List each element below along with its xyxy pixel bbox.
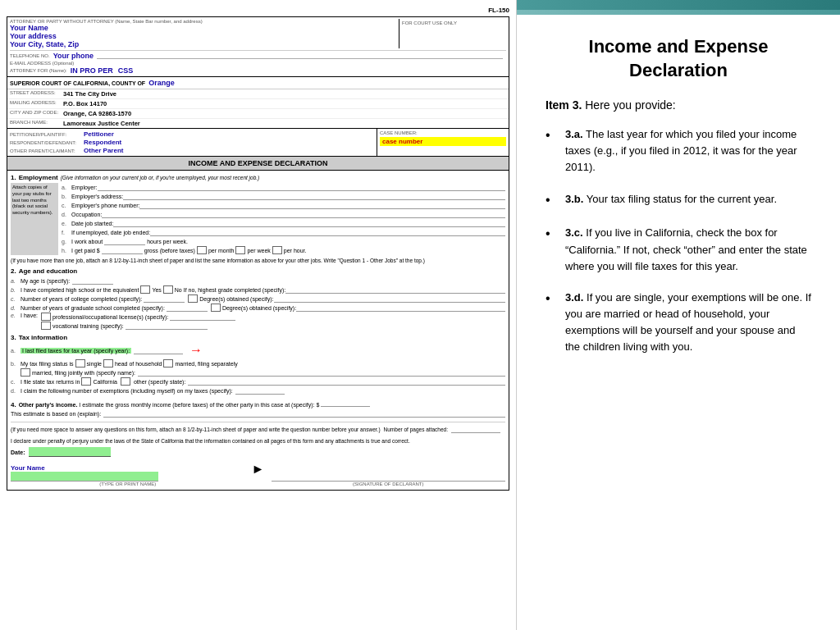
pages-label: Number of pages attached: [384, 427, 448, 432]
court-header: SUPERIOR COURT OF CALIFORNIA, COUNTY OF [10, 80, 145, 86]
tax-section: 3. Tax information a. I last filed taxes… [11, 334, 505, 395]
other-num: 4. [11, 401, 16, 409]
other-title: Other party's income. [19, 402, 78, 408]
case-value: case number [380, 137, 506, 146]
name-print-field [11, 472, 158, 482]
emp-field-g: g. I work about hours per week. [62, 237, 505, 245]
tax-num: 3. [11, 334, 16, 341]
item-code-3d: 3.d. [565, 291, 583, 304]
petitioner-label: PETITIONER/PLAINTIFF: [10, 132, 84, 137]
right-content: Income and Expense Declaration Item 3. H… [517, 15, 840, 390]
attorney-for-value: IN PRO PER [71, 66, 113, 75]
item-code-3a: 3.a. [565, 128, 583, 140]
item-intro-text: Here you provide: [585, 98, 676, 112]
basis-label: This estimate is based on (explain): [11, 411, 101, 417]
street-value: 341 The City Drive [63, 90, 116, 98]
attach-note: Attach copies of your pay stubs for last… [11, 183, 58, 255]
mailing-label: MAILING ADDRESS: [10, 100, 63, 107]
right-title: Income and Expense Declaration [546, 35, 811, 82]
emp-note: (If you have more than one job, attach a… [11, 258, 505, 263]
bullet-dot: • [546, 224, 560, 244]
fl-number: FL-150 [7, 7, 509, 14]
emp-field-b: b. Employer's address: [62, 192, 505, 200]
other-label: OTHER PARENT/CLAIMANT: [10, 148, 84, 153]
age-title: Age and education [19, 267, 78, 275]
tax-b: b. My tax filing status is single head o… [11, 359, 505, 368]
bullet-dot: • [546, 289, 560, 309]
street-label: STREET ADDRESS: [10, 90, 63, 98]
date-field [29, 447, 111, 457]
other-basis: This estimate is based on (explain): [11, 409, 505, 418]
petitioner-value: Petitioner [84, 130, 114, 138]
tax-d: d. I claim the following number of exemp… [11, 386, 505, 395]
list-item: • 3.a. The last year for which you filed… [546, 126, 811, 176]
attorney-city: Your City, State, Zip [10, 40, 395, 48]
bullet-text-3b: Your tax filing status for the current y… [587, 193, 777, 205]
form-container: FL-150 ATTORNEY OR PARTY WITHOUT ATTORNE… [0, 0, 516, 497]
bullet-content: 3.c. If you live in California, check th… [565, 225, 811, 274]
bullet-dot: • [546, 190, 560, 211]
emp-num: 1. [11, 174, 16, 181]
other-value: Other Parent [84, 147, 123, 154]
sig-field [272, 472, 506, 482]
branch-value: Lamoreaux Justice Center [63, 120, 140, 127]
emp-field-d: d. Occupation: [62, 210, 505, 218]
emp-field-f: f. If unemployed, date job ended: [62, 228, 505, 236]
age-a: a. My age is (specify): [11, 276, 505, 285]
age-e: e. I have: professional/occupational lic… [11, 313, 505, 330]
date-row: Date: [11, 447, 505, 457]
attorney-name: Your Name [10, 24, 395, 32]
tel-value: Your phone [53, 52, 94, 60]
city-zip-value: Orange, CA 92863-1570 [63, 110, 131, 117]
attorney-for-label: ATTORNEY FOR (Name): [10, 68, 67, 73]
case-label: CASE NUMBER: [380, 130, 506, 135]
bullet-dot: • [546, 126, 560, 146]
court-use-label: FOR COURT USE ONLY [402, 21, 504, 25]
item-intro: Item 3. Here you provide: [546, 98, 811, 112]
tax-b2: married, filing jointly with (specify na… [21, 368, 505, 377]
form-panel: FL-150 ATTORNEY OR PARTY WITHOUT ATTORNE… [0, 0, 517, 630]
age-c: c. Number of years of college completed … [11, 294, 505, 303]
additional-info: (If you need more space to answer any qu… [11, 422, 505, 433]
arrow-icon: ► [252, 462, 265, 477]
age-num: 2. [11, 267, 16, 275]
bullet-content: 3.a. The last year for which you filed y… [565, 126, 811, 176]
teal-bar-1 [517, 0, 840, 10]
list-item: • 3.c. If you live in California, check … [546, 225, 811, 274]
tax-title: Tax information [19, 334, 67, 341]
sig-row: Your Name (TYPE OR PRINT NAME) ► (SIGNAT… [11, 462, 505, 486]
declaration-text: I declare under penalty of perjury under… [11, 438, 505, 444]
date-label: Date: [11, 450, 25, 455]
bullet-content: 3.d. If you are single, your exemptions … [565, 290, 811, 356]
city-zip-label: CITY AND ZIP CODE: [10, 110, 63, 117]
age-d: d. Number of years of graduate school co… [11, 304, 505, 312]
employment-section: 1. Employment (Give information on your … [11, 174, 505, 263]
additional-text: (If you need more space to answer any qu… [11, 427, 381, 432]
emp-field-a: a. Employer: [62, 183, 505, 191]
name-print-value: Your Name [11, 464, 245, 472]
mailing-value: P.O. Box 14170 [63, 100, 107, 107]
tel-label: TELEPHONE NO. [10, 53, 50, 58]
bullet-text-3d: If you are single, your exemptions will … [565, 291, 811, 353]
item-number: Item 3. [546, 98, 582, 112]
emp-field-e: e. Date job started: [62, 219, 505, 227]
email-label: E-MAIL ADDRESS (Optional) [10, 61, 74, 66]
emp-title-italic: (Give information on your current job or… [61, 175, 260, 180]
right-panel: Income and Expense Declaration Item 3. H… [517, 0, 840, 630]
bullet-list: • 3.a. The last year for which you filed… [546, 126, 811, 355]
bullet-text-3c: If you live in California, check the box… [565, 226, 807, 272]
parties-section: PETITIONER/PLAINTIFF: Petitioner RESPOND… [7, 128, 509, 156]
other-income-section: 4. Other party's income. I estimate the … [11, 399, 505, 418]
other-text: I estimate the gross monthly income (bef… [79, 402, 319, 408]
tax-a: a. I last filed taxes for tax year (spec… [11, 343, 505, 358]
court-county: Orange [148, 79, 175, 87]
respondent-value: Respondent [84, 139, 121, 146]
item-code-3c: 3.c. [565, 226, 583, 239]
age-b: b. I have completed high school or the e… [11, 285, 505, 294]
emp-title: Employment [19, 174, 58, 181]
form-title: INCOME AND EXPENSE DECLARATION [7, 156, 509, 171]
name-print-label: (TYPE OR PRINT NAME) [11, 482, 245, 486]
bullet-content: 3.b. Your tax filing status for the curr… [565, 191, 777, 208]
court-section: SUPERIOR COURT OF CALIFORNIA, COUNTY OF … [7, 76, 509, 128]
bullet-text-3a: The last year for which you filed your i… [565, 128, 797, 173]
